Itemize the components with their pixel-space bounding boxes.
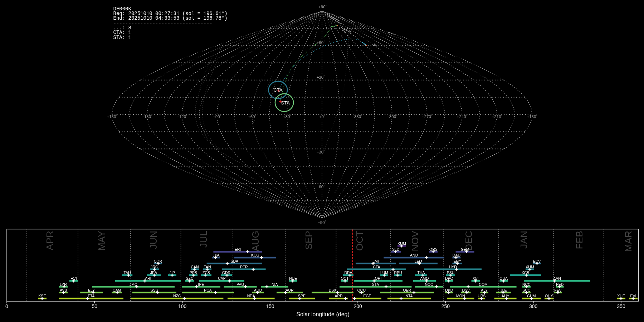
svg-text:HYD: HYD bbox=[449, 265, 457, 269]
svg-text:LMI: LMI bbox=[372, 259, 379, 263]
svg-text:+120°: +120° bbox=[177, 114, 187, 119]
svg-text:SPE: SPE bbox=[298, 294, 306, 298]
svg-text:SSG: SSG bbox=[150, 288, 158, 292]
svg-text:JMC: JMC bbox=[130, 282, 137, 287]
svg-text:0: 0 bbox=[5, 303, 8, 309]
svg-text:+270°: +270° bbox=[422, 114, 432, 119]
svg-text:OCT: OCT bbox=[354, 231, 365, 251]
svg-text:COM: COM bbox=[479, 282, 488, 287]
svg-text:ELY: ELY bbox=[88, 288, 95, 292]
svg-text:+300°: +300° bbox=[387, 114, 397, 119]
svg-text:ZCS: ZCS bbox=[203, 270, 210, 275]
svg-text:MAY: MAY bbox=[96, 231, 107, 251]
svg-text:XCB: XCB bbox=[522, 270, 530, 275]
svg-text:THA: THA bbox=[418, 270, 425, 275]
svg-text:MAR: MAR bbox=[623, 231, 634, 252]
svg-text:+330°: +330° bbox=[352, 114, 362, 119]
svg-text:STA: STA bbox=[372, 282, 379, 287]
svg-text:AHY: AHY bbox=[502, 294, 509, 298]
svg-text:DRA: DRA bbox=[344, 270, 352, 275]
svg-text:100: 100 bbox=[178, 303, 187, 309]
svg-text:−60°: −60° bbox=[317, 184, 325, 189]
svg-text:APR: APR bbox=[44, 231, 55, 250]
svg-text:JEA: JEA bbox=[150, 270, 157, 275]
svg-text:STA: 1: STA: 1 bbox=[113, 35, 131, 40]
svg-text:FEB: FEB bbox=[574, 231, 585, 249]
svg-text:+210°: +210° bbox=[492, 114, 502, 119]
svg-text:300: 300 bbox=[529, 303, 538, 309]
svg-text:ARD: ARD bbox=[335, 294, 343, 298]
svg-text:CTA: CTA bbox=[273, 87, 282, 93]
svg-text:NTA: NTA bbox=[405, 294, 413, 298]
svg-text:+240°: +240° bbox=[457, 114, 467, 119]
svg-text:KCG: KCG bbox=[251, 253, 259, 257]
svg-text:NZC: NZC bbox=[173, 294, 181, 298]
svg-text:+150°: +150° bbox=[142, 114, 152, 119]
svg-text:PAU: PAU bbox=[236, 282, 244, 287]
svg-text:−30°: −30° bbox=[317, 150, 325, 154]
svg-text:+90°: +90° bbox=[318, 4, 327, 9]
svg-text:AND: AND bbox=[410, 253, 418, 257]
svg-text:GDR: GDR bbox=[222, 270, 231, 275]
svg-text:PCA: PCA bbox=[204, 288, 212, 292]
svg-text:150: 150 bbox=[266, 303, 274, 309]
svg-text:AUD: AUD bbox=[254, 288, 262, 292]
svg-text:LEO: LEO bbox=[415, 259, 422, 263]
svg-text:LYR: LYR bbox=[60, 282, 67, 287]
svg-text:JLE: JLE bbox=[500, 288, 507, 292]
svg-text:GEM: GEM bbox=[461, 247, 469, 252]
svg-text:IPE: IPE bbox=[198, 282, 204, 287]
svg-text:NIA: NIA bbox=[272, 282, 278, 287]
svg-text:SEP: SEP bbox=[303, 231, 314, 250]
svg-text:ERI: ERI bbox=[235, 247, 241, 252]
svg-text:+180°: +180° bbox=[107, 114, 117, 119]
svg-text:AUR: AUR bbox=[286, 288, 294, 292]
svg-text:250: 250 bbox=[441, 303, 450, 309]
svg-text:DAD: DAD bbox=[453, 253, 461, 257]
svg-text:Solar longitude (deg): Solar longitude (deg) bbox=[296, 311, 350, 317]
svg-text:+30°: +30° bbox=[283, 114, 291, 119]
svg-text:JXA: JXA bbox=[213, 253, 219, 257]
svg-text:FTA: FTA bbox=[88, 294, 94, 298]
svg-text:+90°: +90° bbox=[213, 114, 221, 119]
svg-text:+180°: +180° bbox=[527, 114, 537, 119]
svg-text:−90°: −90° bbox=[318, 220, 326, 225]
svg-text:OER: OER bbox=[403, 288, 411, 292]
svg-text:NDA: NDA bbox=[247, 294, 255, 298]
svg-text:DSV: DSV bbox=[462, 288, 470, 292]
svg-text:+60°: +60° bbox=[317, 40, 325, 45]
svg-text:NOO: NOO bbox=[425, 282, 434, 287]
svg-text:50: 50 bbox=[92, 303, 98, 309]
svg-text:CTA: CTA bbox=[373, 265, 380, 269]
svg-text:+30°: +30° bbox=[317, 75, 325, 79]
svg-text:JUL: JUL bbox=[198, 231, 209, 248]
svg-text:STA: STA bbox=[281, 100, 290, 106]
svg-text:PER: PER bbox=[240, 265, 248, 269]
svg-text:JUN: JUN bbox=[148, 231, 159, 249]
svg-text:TAH: TAH bbox=[123, 270, 131, 275]
svg-text:MON: MON bbox=[456, 294, 465, 298]
svg-text:ORI: ORI bbox=[375, 276, 382, 280]
svg-text:EGE: EGE bbox=[363, 294, 371, 298]
svg-text:JAN: JAN bbox=[518, 231, 529, 249]
svg-text:NOV: NOV bbox=[410, 231, 420, 252]
svg-text:CAP: CAP bbox=[218, 276, 226, 280]
svg-text:+60°: +60° bbox=[248, 114, 256, 119]
svg-text:350: 350 bbox=[617, 303, 625, 309]
svg-text:AUG: AUG bbox=[250, 231, 261, 251]
svg-text:SDA: SDA bbox=[231, 259, 239, 263]
svg-text:200: 200 bbox=[353, 303, 362, 309]
svg-text:DSX: DSX bbox=[329, 288, 337, 292]
svg-text:ARI: ARI bbox=[145, 276, 151, 280]
svg-text:AMO: AMO bbox=[420, 276, 429, 280]
